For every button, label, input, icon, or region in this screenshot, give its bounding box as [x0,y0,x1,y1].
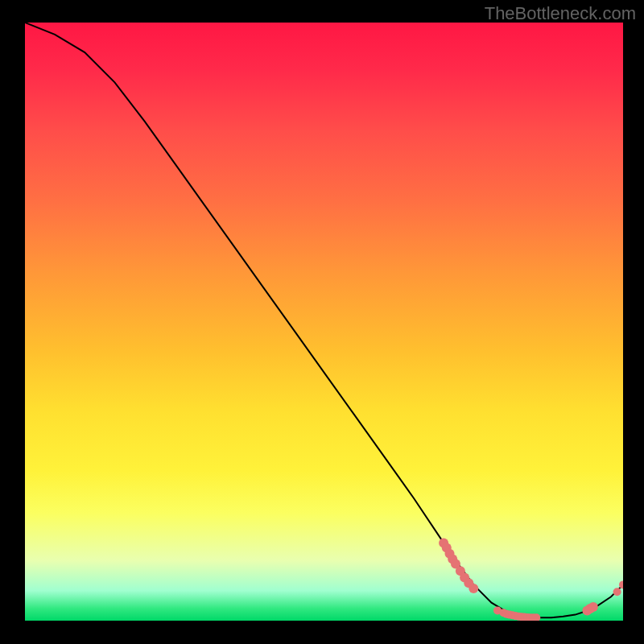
watermark-text: TheBottleneck.com [485,3,636,24]
heatmap-gradient [25,23,623,621]
chart-plot-area [25,23,623,621]
